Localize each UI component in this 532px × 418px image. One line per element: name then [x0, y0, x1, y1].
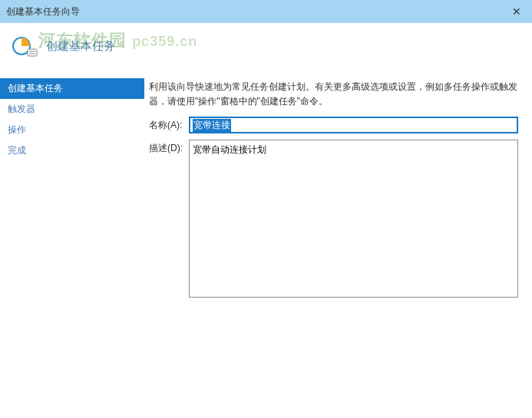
window-title: 创建基本任务向导	[6, 5, 80, 18]
sidebar-item-label: 触发器	[8, 104, 35, 114]
svg-rect-1	[28, 49, 37, 56]
close-button[interactable]: ✕	[501, 0, 532, 23]
sidebar-item-action[interactable]: 操作	[0, 120, 144, 140]
header: 河东软件园 pc359.cn 创建基本任务	[0, 23, 532, 69]
sidebar-item-create-task[interactable]: 创建基本任务	[0, 78, 144, 99]
instruction-text: 利用该向导快速地为常见任务创建计划。有关更多高级选项或设置，例如多任务操作或触发…	[149, 80, 518, 109]
sidebar-item-label: 操作	[8, 124, 26, 135]
sidebar-item-label: 完成	[8, 145, 26, 156]
page-title: 创建基本任务	[46, 39, 115, 54]
name-input[interactable]: 宽带连接	[189, 117, 518, 133]
close-icon: ✕	[512, 5, 521, 18]
name-label: 名称(A):	[149, 117, 189, 132]
main-panel: 利用该向导快速地为常见任务创建计划。有关更多高级选项或设置，例如多任务操作或触发…	[144, 69, 532, 418]
titlebar: 创建基本任务向导 ✕	[0, 0, 532, 23]
sidebar-item-label: 创建基本任务	[8, 83, 63, 94]
sidebar-item-finish[interactable]: 完成	[0, 140, 144, 161]
sidebar-item-trigger[interactable]: 触发器	[0, 99, 144, 120]
sidebar: 创建基本任务 触发器 操作 完成	[0, 69, 144, 418]
desc-textarea[interactable]	[189, 140, 518, 298]
desc-row: 描述(D):	[149, 140, 518, 298]
name-value-selected: 宽带连接	[193, 119, 231, 132]
content-area: 创建基本任务 触发器 操作 完成 利用该向导快速地为常见任务创建计划。有关更多高…	[0, 69, 532, 418]
wizard-icon	[11, 32, 38, 60]
desc-label: 描述(D):	[149, 140, 189, 155]
name-row: 名称(A): 宽带连接	[149, 117, 518, 133]
